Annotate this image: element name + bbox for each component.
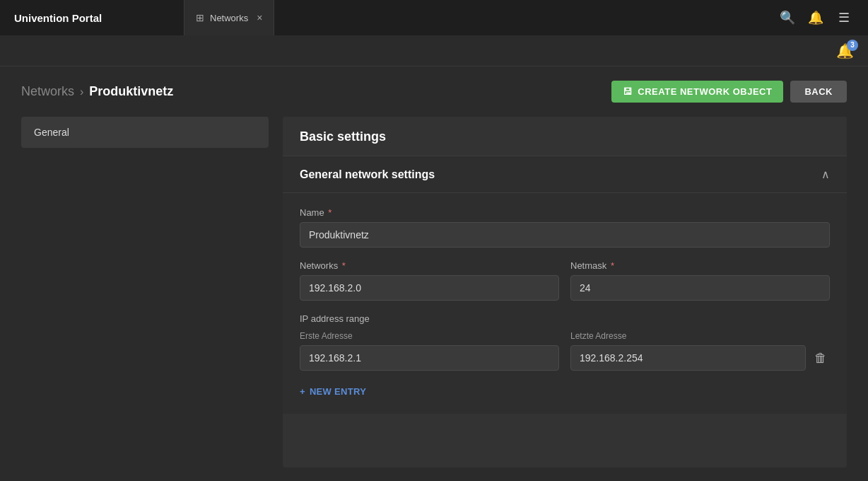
breadcrumb-separator: › — [80, 86, 83, 98]
delete-ip-range-button[interactable]: 🗑 — [811, 348, 830, 369]
networks-netmask-row: Networks * Netmask * — [300, 260, 830, 301]
name-field: Name * — [300, 207, 830, 248]
networks-input[interactable] — [300, 275, 559, 301]
new-entry-label: NEW ENTRY — [310, 386, 366, 397]
name-input[interactable] — [300, 222, 830, 248]
tab-icon: ⊞ — [196, 12, 204, 23]
tab-label: Networks — [210, 13, 248, 23]
letzte-adresse-input-wrap: 🗑 — [570, 345, 830, 371]
ip-range-section: IP address range Erste Adresse Letzte Ad… — [300, 313, 830, 371]
new-entry-button[interactable]: + NEW ENTRY — [300, 383, 366, 400]
nav-actions: 🔍 🔔 ☰ — [763, 5, 868, 30]
delete-icon: 🗑 — [814, 351, 827, 366]
erste-adresse-field: Erste Adresse — [300, 331, 559, 371]
header-actions: 🖫 CREATE NETWORK OBJECT BACK — [611, 81, 847, 103]
bell-icon: 🔔 — [808, 10, 823, 25]
section-title: Basic settings — [283, 117, 847, 156]
ip-range-label: IP address range — [300, 313, 830, 324]
letzte-adresse-input[interactable] — [570, 345, 806, 371]
form-body: Name * Networks * Netmask * — [283, 193, 847, 414]
create-network-object-button[interactable]: 🖫 CREATE NETWORK OBJECT — [611, 81, 784, 103]
search-icon: 🔍 — [780, 10, 795, 25]
networks-tab[interactable]: ⊞ Networks × — [184, 0, 274, 35]
bell-button[interactable]: 🔔 — [803, 5, 828, 30]
breadcrumb: Networks › Produktivnetz — [21, 84, 173, 99]
general-network-settings-title: General network settings — [300, 168, 435, 181]
networks-field: Networks * — [300, 260, 559, 301]
menu-icon: ☰ — [838, 10, 850, 25]
erste-adresse-input[interactable] — [300, 345, 559, 371]
main-content: General Basic settings General network s… — [0, 117, 868, 481]
letzte-adresse-field: Letzte Adresse 🗑 — [570, 331, 830, 371]
netmask-label: Netmask * — [570, 260, 830, 271]
new-entry-plus-icon: + — [300, 386, 305, 397]
top-nav: Univention Portal ⊞ Networks × 🔍 🔔 ☰ — [0, 0, 868, 35]
ip-range-row: Erste Adresse Letzte Adresse 🗑 — [300, 331, 830, 371]
content-panel: Basic settings General network settings … — [283, 117, 847, 468]
tab-close-icon[interactable]: × — [257, 13, 262, 23]
tab-bar: ⊞ Networks × — [184, 0, 763, 35]
breadcrumb-current: Produktivnetz — [89, 84, 173, 99]
name-label: Name * — [300, 207, 830, 218]
sidebar: General — [21, 117, 283, 468]
netmask-required-star: * — [608, 260, 614, 271]
sidebar-item-general[interactable]: General — [21, 117, 269, 148]
networks-required-star: * — [339, 260, 346, 271]
create-icon: 🖫 — [623, 86, 633, 97]
sidebar-item-label: General — [34, 127, 69, 138]
breadcrumb-parent[interactable]: Networks — [21, 84, 74, 99]
notification-badge: 3 — [847, 40, 858, 51]
general-network-settings-section: General network settings ∧ Name * Networ… — [283, 156, 847, 414]
netmask-field: Netmask * — [570, 260, 830, 301]
netmask-input[interactable] — [570, 275, 830, 301]
back-button[interactable]: BACK — [790, 81, 847, 103]
name-required-star: * — [326, 207, 332, 218]
notification-bar: 🔔 3 — [0, 35, 868, 66]
menu-button[interactable]: ☰ — [831, 5, 857, 30]
app-title: Univention Portal — [0, 12, 184, 24]
networks-label: Networks * — [300, 260, 559, 271]
page-header: Networks › Produktivnetz 🖫 CREATE NETWOR… — [0, 66, 868, 117]
notification-bell-button[interactable]: 🔔 3 — [836, 42, 854, 59]
settings-section-header: General network settings ∧ — [283, 156, 847, 193]
search-button[interactable]: 🔍 — [775, 5, 800, 30]
letzte-adresse-label: Letzte Adresse — [570, 331, 830, 341]
erste-adresse-label: Erste Adresse — [300, 331, 559, 341]
create-button-label: CREATE NETWORK OBJECT — [638, 86, 772, 97]
collapse-icon[interactable]: ∧ — [821, 168, 830, 181]
